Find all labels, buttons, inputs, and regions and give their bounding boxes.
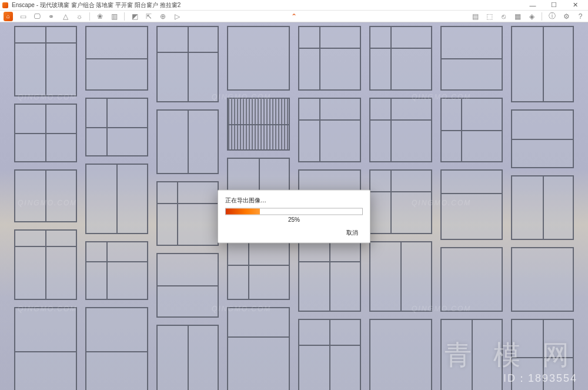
app-icon [2, 2, 8, 8]
link-icon[interactable]: ⎋ [499, 12, 507, 21]
light-icon[interactable]: △ [61, 12, 69, 21]
window-title: Enscape - 现代玻璃窗 窗户组合 落地窗 平开窗 阳台窗户 推拉窗2 [12, 1, 181, 9]
tag-icon[interactable]: ◈ [527, 12, 536, 21]
progress-bar-fill [226, 209, 260, 215]
window-minimize-button[interactable]: ― [522, 0, 543, 11]
binoculars-icon[interactable]: ⚭ [47, 12, 55, 21]
monitor-icon[interactable]: 🖵 [33, 12, 41, 21]
home-icon[interactable]: ⌂ [4, 12, 13, 21]
brand-watermark: 青 模 网 [445, 337, 576, 374]
batch-icon[interactable]: ▥ [110, 12, 118, 21]
help-icon[interactable]: ? [576, 12, 584, 21]
screenshot-icon[interactable]: ▭ [19, 12, 27, 21]
sun-icon[interactable]: ☼ [75, 12, 83, 21]
asset-id-label: ID：1893554 [503, 371, 577, 385]
dialog-title: 正在导出图像… [225, 196, 363, 205]
toolbar-separator [89, 12, 90, 21]
panorama-icon[interactable]: ⬚ [485, 12, 493, 21]
about-icon[interactable]: ⓘ [548, 12, 556, 21]
layers-icon[interactable]: ▤ [471, 12, 479, 21]
progress-percent-label: 25% [225, 216, 363, 223]
window-controls: ― ☐ ✕ [522, 0, 586, 11]
toolbar: ⌂ ▭ 🖵 ⚭ △ ☼ ❀ ▥ ◩ ⇱ ⊕ ▷ ⌃ ▤ ⬚ ⎋ ▦ ◈ ⓘ ⚙ … [0, 11, 588, 22]
toolbar-separator [124, 12, 125, 21]
cube-icon[interactable]: ◩ [131, 12, 139, 21]
video-icon[interactable]: ▷ [173, 12, 181, 21]
collapse-caret-icon[interactable]: ⌃ [291, 11, 297, 22]
globe-icon[interactable]: ⊕ [159, 12, 167, 21]
cancel-button[interactable]: 取消 [342, 228, 363, 238]
window-close-button[interactable]: ✕ [564, 0, 586, 11]
progress-bar [225, 208, 363, 215]
settings-icon[interactable]: ⚙ [562, 12, 570, 21]
export-icon[interactable]: ⇱ [145, 12, 153, 21]
toolbar-separator [542, 12, 542, 21]
window-maximize-button[interactable]: ☐ [543, 0, 564, 11]
window-titlebar: Enscape - 现代玻璃窗 窗户组合 落地窗 平开窗 阳台窗户 推拉窗2 ―… [0, 0, 588, 11]
render-viewport[interactable]: QINGMO.COM QINGMO.COM QINGMO.COM QINGMO.… [0, 22, 588, 390]
export-progress-dialog: 正在导出图像… 25% 取消 [218, 190, 370, 244]
leaf-icon[interactable]: ❀ [96, 12, 104, 21]
map-icon[interactable]: ▦ [513, 12, 522, 21]
